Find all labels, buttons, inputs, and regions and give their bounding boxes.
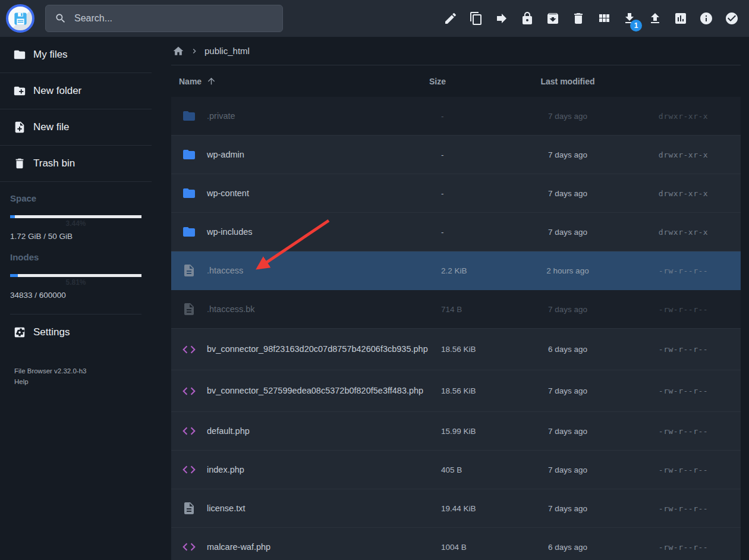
- file-type-cell: [171, 383, 207, 399]
- folder-icon: [182, 147, 196, 162]
- file-modified: 7 days ago: [509, 150, 626, 159]
- permissions-button[interactable]: [520, 11, 534, 26]
- file-permissions: -rw-r--r--: [626, 543, 741, 552]
- settings-icon: [13, 326, 26, 339]
- inodes-title: Inodes: [10, 241, 141, 262]
- home-icon[interactable]: [172, 45, 184, 57]
- file-row[interactable]: bv_connector_527599edea08c5372b0f820f5e3…: [171, 370, 741, 412]
- space-percent: 3.44%: [10, 219, 141, 228]
- upload-button[interactable]: [648, 11, 662, 26]
- file-type-cell: [171, 147, 207, 162]
- file-icon: [182, 501, 196, 515]
- sidebar-item-my-files[interactable]: My files: [0, 37, 152, 73]
- file-modified: 7 days ago: [509, 504, 626, 513]
- download-button[interactable]: 1: [622, 11, 637, 26]
- file-name: malcare-waf.php: [207, 541, 441, 553]
- sidebar-item-label: Trash bin: [33, 158, 75, 169]
- sidebar-item-label: My files: [33, 49, 68, 61]
- file-row[interactable]: bv_connector_98f23163d20c07d8757b42606f3…: [171, 329, 741, 370]
- column-header-modified[interactable]: Last modified: [509, 77, 626, 86]
- search-input[interactable]: [74, 13, 265, 24]
- space-section: Space 3.44% 1.72 GiB / 50 GiB Inodes 5.8…: [0, 182, 152, 314]
- sidebar-item-new-folder[interactable]: New folder: [0, 73, 152, 109]
- inodes-progress: [10, 274, 141, 277]
- folder-icon: [182, 225, 196, 239]
- column-header-name[interactable]: Name: [171, 76, 441, 86]
- lock-icon: [520, 11, 534, 26]
- sidebar-item-settings[interactable]: Settings: [0, 314, 152, 350]
- breadcrumb-folder[interactable]: public_html: [204, 46, 250, 56]
- usage-button[interactable]: [674, 11, 688, 26]
- delete-button[interactable]: [571, 11, 586, 26]
- code-icon: [181, 383, 197, 399]
- file-name: .htaccess: [207, 265, 441, 277]
- file-row[interactable]: .private-7 days agodrwxr-xr-x: [171, 97, 741, 136]
- file-row[interactable]: wp-includes-7 days agodrwxr-xr-x: [171, 213, 741, 251]
- view-mode-button[interactable]: [597, 11, 611, 26]
- file-size: -: [441, 228, 509, 237]
- file-type-cell: [171, 302, 207, 316]
- inodes-percent: 5.81%: [10, 278, 141, 287]
- file-name: wp-admin: [207, 149, 441, 161]
- table-header: Name Size Last modified: [171, 65, 741, 97]
- copy-button[interactable]: [469, 11, 483, 26]
- file-size: -: [441, 150, 509, 159]
- search-bar: [45, 5, 283, 32]
- file-permissions: -rw-r--r--: [626, 266, 741, 275]
- file-permissions: -rw-r--r--: [626, 345, 741, 354]
- sort-ascending-icon: [206, 76, 216, 86]
- trash-icon: [571, 11, 586, 26]
- file-row[interactable]: .htaccess.bk714 B7 days ago-rw-r--r--: [171, 290, 741, 329]
- file-row[interactable]: .htaccess2.2 KiB2 hours ago-rw-r--r--: [171, 251, 741, 290]
- file-size: -: [441, 189, 509, 198]
- file-name: bv_connector_98f23163d20c07d8757b42606f3…: [207, 343, 441, 355]
- file-modified: 7 days ago: [509, 305, 626, 314]
- file-row[interactable]: wp-content-7 days agodrwxr-xr-x: [171, 174, 741, 213]
- sidebar-footer: File Browser v2.32.0-h3 Help: [0, 367, 152, 386]
- archive-icon: [546, 11, 560, 26]
- file-name: index.php: [207, 464, 441, 476]
- file-modified: 7 days ago: [509, 465, 626, 474]
- help-link[interactable]: Help: [14, 377, 29, 387]
- file-row[interactable]: default.php15.99 KiB7 days ago-rw-r--r--: [171, 412, 741, 451]
- sidebar-item-label: New file: [33, 121, 69, 133]
- archive-button[interactable]: [546, 11, 560, 26]
- column-header-size[interactable]: Size: [429, 77, 498, 86]
- file-size: -: [441, 112, 509, 121]
- download-count-badge: 1: [630, 20, 642, 32]
- file-row[interactable]: malcare-waf.php1004 B6 days ago-rw-r--r-…: [171, 528, 741, 560]
- sidebar-item-trash-bin[interactable]: Trash bin: [0, 146, 152, 182]
- code-icon: [181, 539, 197, 555]
- file-size: 714 B: [441, 305, 509, 314]
- edit-button[interactable]: [443, 11, 458, 26]
- file-modified: 6 days ago: [509, 543, 626, 552]
- file-permissions: -rw-r--r--: [626, 427, 741, 436]
- select-multiple-button[interactable]: [725, 11, 739, 26]
- file-modified: 7 days ago: [509, 228, 626, 237]
- file-type-cell: [171, 539, 207, 555]
- app-logo[interactable]: [6, 4, 34, 33]
- chevron-right-icon: [190, 46, 199, 56]
- file-type-cell: [171, 462, 207, 477]
- inodes-progress-fill: [10, 274, 18, 277]
- folder-icon: [182, 109, 196, 123]
- file-row[interactable]: wp-admin-7 days agodrwxr-xr-x: [171, 136, 741, 174]
- file-modified: 7 days ago: [509, 112, 626, 121]
- breadcrumb: public_html: [171, 37, 741, 65]
- upload-icon: [648, 11, 662, 26]
- file-row[interactable]: index.php405 B7 days ago-rw-r--r--: [171, 451, 741, 489]
- folder-icon: [13, 48, 26, 61]
- folder-icon: [182, 186, 196, 200]
- file-type-cell: [171, 186, 207, 200]
- file-permissions: drwxr-xr-x: [626, 189, 741, 198]
- file-rows: .private-7 days agodrwxr-xr-xwp-admin-7 …: [171, 97, 741, 560]
- file-permissions: drwxr-xr-x: [626, 228, 741, 237]
- file-name: bv_connector_527599edea08c5372b0f820f5e3…: [207, 385, 441, 397]
- file-listing: public_html Name Size Last modified .pri…: [152, 37, 749, 560]
- sidebar-item-new-file[interactable]: New file: [0, 109, 152, 146]
- move-button[interactable]: [495, 11, 509, 26]
- file-row[interactable]: license.txt19.44 KiB7 days ago-rw-r--r--: [171, 489, 741, 528]
- file-permissions: -rw-r--r--: [626, 465, 741, 474]
- sidebar-item-label: New folder: [33, 85, 81, 97]
- info-button[interactable]: [699, 11, 713, 26]
